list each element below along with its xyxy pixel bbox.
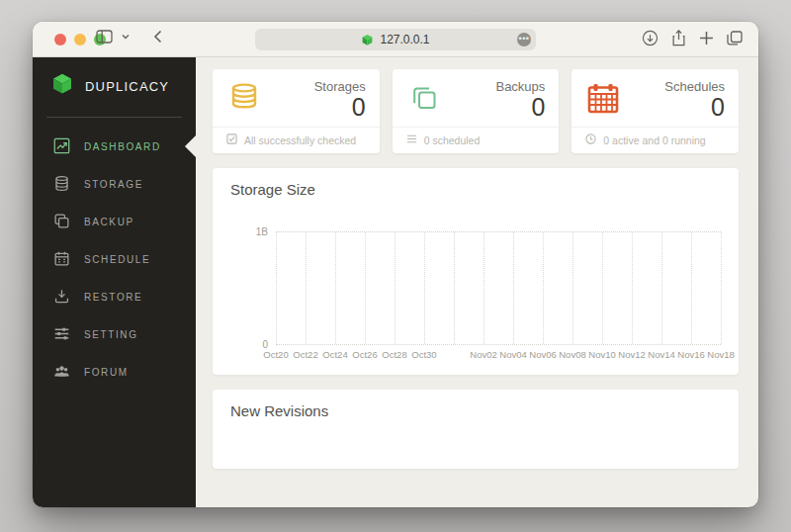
gridline [395,232,396,344]
brand-header: DUPLICACY [33,57,196,113]
chart-plot-area [276,231,721,345]
gridline [721,232,722,344]
storage-size-title: Storage Size [230,181,721,198]
storage-size-chart: 1B 0 Oct20Oct22Oct24Oct26Oct28Oct30Nov02… [230,231,721,363]
card-footer-text: 0 scheduled [424,134,481,146]
x-axis: Oct20Oct22Oct24Oct26Oct28Oct30Nov02Nov04… [230,347,721,363]
gridline [365,232,366,344]
x-tick-label: Oct26 [352,349,377,360]
sidebar-item-schedule[interactable]: SCHEDULE [33,240,196,278]
new-revisions-title: New Revisions [230,402,721,419]
x-tick-label: Oct28 [382,349,406,360]
setting-sliders-icon [53,325,70,344]
gridline [335,232,336,344]
sidebar-item-label: BACKUP [84,217,134,227]
sidebar-item-label: STORAGE [84,179,143,190]
sidebar-toggle-icon[interactable] [96,30,113,44]
x-tick-label: Nov02 [470,349,496,360]
card-title: Backups [495,79,545,94]
url-text: 127.0.0.1 [380,33,429,46]
gridline [454,232,455,344]
sidebar-item-label: DASHBOARD [84,141,161,152]
new-tab-icon[interactable] [699,31,714,49]
backups-card: Backups 0 0 scheduled [393,69,560,153]
main-content: Storages 0 All successfully checked [196,57,758,507]
card-value: 0 [495,94,545,120]
x-tick-label: Oct30 [411,349,436,360]
gridline [424,232,425,344]
sidebar-item-label: SCHEDULE [84,254,150,265]
close-window-button[interactable] [54,34,66,45]
gridline [572,232,573,344]
card-footer-text: All successfully checked [244,134,356,146]
schedules-card: Schedules 0 0 active and 0 running [571,69,739,153]
gridline [513,232,514,344]
x-tick-label: Oct20 [263,349,288,360]
browser-titlebar: 127.0.0.1 ••• [33,22,758,57]
checkbox-icon [226,133,237,146]
sidebar-item-dashboard[interactable]: DASHBOARD [33,128,196,165]
tab-overview-icon[interactable] [727,31,743,49]
x-tick-label: Nov04 [499,349,526,360]
sidebar-item-label: SETTING [84,329,138,340]
gridline [276,232,277,344]
dashboard-chart-icon [53,137,70,156]
x-tick-label: Nov10 [588,349,615,360]
gridline [483,232,484,344]
copy-squares-icon [406,80,442,120]
card-footer-text: 0 active and 0 running [603,134,705,146]
x-tick-label: Nov08 [559,349,585,360]
x-tick-label: Nov16 [677,349,704,360]
address-bar[interactable]: 127.0.0.1 ••• [255,29,536,50]
gridline [543,232,544,344]
restore-download-icon [53,288,70,307]
gridline [691,232,692,344]
x-tick-label: Nov12 [618,349,645,360]
schedule-calendar-icon [53,250,70,269]
gridline [602,232,603,344]
browser-window: 127.0.0.1 ••• [33,22,758,507]
sidebar-item-restore[interactable]: RESTORE [33,278,196,315]
calendar-icon [585,80,621,120]
forum-users-icon [53,363,70,382]
gridline [632,232,633,344]
list-icon [406,133,417,146]
brand-name: DUPLICACY [85,79,169,94]
sidebar-item-label: FORUM [84,367,129,378]
chevron-down-icon[interactable] [122,34,130,40]
x-tick-label: Nov14 [648,349,674,360]
gridline [306,232,307,344]
storages-card: Storages 0 All successfully checked [213,69,380,153]
coins-stack-icon [226,80,262,120]
x-tick-label: Oct22 [293,349,317,360]
duplicacy-cube-logo-icon [50,72,74,100]
storage-database-icon [53,175,70,194]
sidebar-divider [46,117,182,118]
minimize-window-button[interactable] [74,34,86,45]
sidebar-item-storage[interactable]: STORAGE [33,165,196,203]
site-favicon-cube-icon [361,34,374,46]
clock-icon [585,133,596,146]
sidebar-item-label: RESTORE [84,292,142,303]
page-settings-icon[interactable]: ••• [517,33,531,46]
x-axis-labels: Oct20Oct22Oct24Oct26Oct28Oct30Nov02Nov04… [276,347,721,363]
x-tick-label: Nov18 [707,349,734,360]
new-revisions-card: New Revisions [213,390,739,469]
y-tick-label-max: 1B [256,226,268,237]
card-title: Schedules [664,79,725,94]
back-button-icon[interactable] [153,30,162,44]
sidebar-item-backup[interactable]: BACKUP [33,203,196,240]
summary-cards-row: Storages 0 All successfully checked [213,69,739,153]
sidebar-item-forum[interactable]: FORUM [33,353,196,391]
card-value: 0 [314,94,366,120]
sidebar-item-setting[interactable]: SETTING [33,315,196,353]
app-sidebar: DUPLICACY DASHBOARD [33,57,196,507]
card-title: Storages [314,79,366,94]
x-tick-label: Nov06 [529,349,556,360]
share-icon[interactable] [671,30,686,50]
card-value: 0 [664,94,725,120]
gridline [661,232,662,344]
downloads-icon[interactable] [642,30,659,50]
backup-copy-icon [53,213,70,231]
storage-size-card: Storage Size 1B 0 Oct20Oct22Oct24Oct26 [213,168,739,375]
